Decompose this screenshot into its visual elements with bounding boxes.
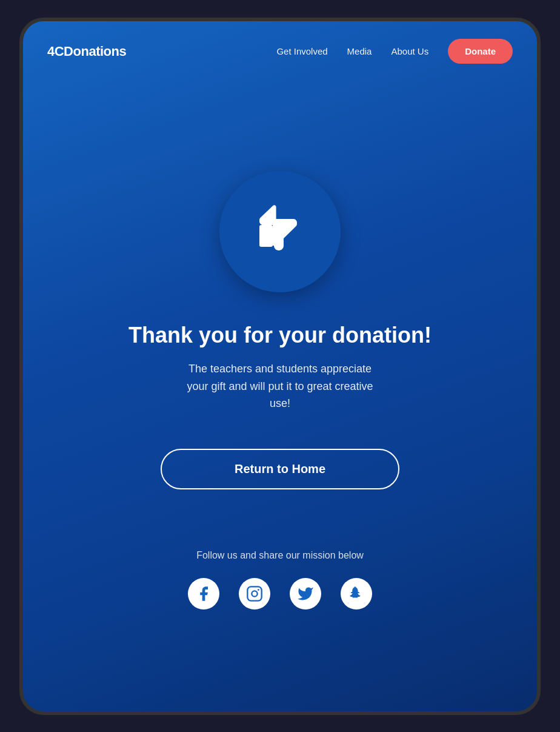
svg-point-2 [252,591,257,597]
nav-about-us[interactable]: About Us [391,46,428,56]
logo: 4CDonations [47,44,126,59]
nav-media[interactable]: Media [347,46,372,56]
main-content: Thank you for your donation! The teacher… [23,82,537,711]
follow-text: Follow us and share our mission below [196,550,364,561]
donate-button[interactable]: Donate [448,39,513,64]
thank-you-title: Thank you for your donation! [128,323,432,348]
thumbs-up-icon-circle [219,171,341,292]
return-home-button[interactable]: Return to Home [161,449,399,489]
navbar: 4CDonations Get Involved Media About Us … [23,21,537,82]
facebook-icon[interactable] [188,578,219,609]
twitter-icon[interactable] [290,578,321,609]
nav-links: Get Involved Media About Us Donate [276,39,513,64]
device-frame: 4CDonations Get Involved Media About Us … [19,18,541,715]
svg-rect-1 [247,587,261,601]
nav-get-involved[interactable]: Get Involved [276,46,327,56]
svg-point-3 [258,589,259,591]
thumbs-up-icon [250,197,310,266]
snapchat-icon[interactable] [341,578,372,609]
svg-rect-0 [259,225,273,247]
thank-you-subtitle: The teachers and students appreciate you… [177,360,383,412]
instagram-icon[interactable] [239,578,270,609]
social-icons [188,578,372,609]
